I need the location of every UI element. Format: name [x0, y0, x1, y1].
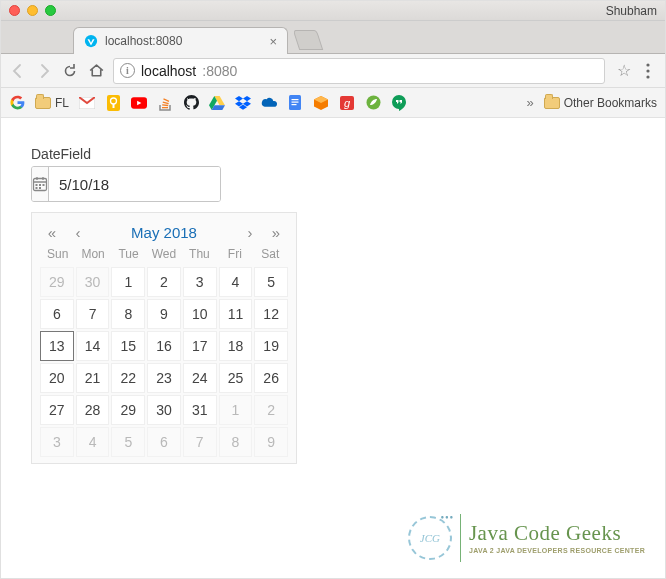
window-controls	[9, 5, 56, 16]
day-cell[interactable]: 10	[183, 299, 217, 329]
bookmark-dropbox[interactable]	[235, 95, 251, 111]
bookmark-hangouts[interactable]	[391, 95, 407, 111]
bookmark-onedrive[interactable]	[261, 95, 277, 111]
watermark-title: Java Code Geeks	[469, 523, 645, 544]
menu-button[interactable]	[639, 62, 657, 80]
bookmark-google[interactable]	[9, 95, 25, 111]
url-port: :8080	[202, 63, 237, 79]
day-cell[interactable]: 17	[183, 331, 217, 361]
home-button[interactable]	[87, 62, 105, 80]
day-cell[interactable]: 8	[111, 299, 145, 329]
day-cell[interactable]: 22	[111, 363, 145, 393]
overflow-chevron-icon[interactable]: »	[526, 95, 533, 110]
next-year-button[interactable]: »	[264, 224, 288, 241]
next-month-button[interactable]: ›	[238, 224, 262, 241]
bookmark-youtube[interactable]	[131, 95, 147, 111]
day-cell[interactable]: 12	[254, 299, 288, 329]
svg-text:g: g	[344, 97, 351, 109]
browser-tab[interactable]: localhost:8080 ×	[73, 27, 288, 54]
day-cell[interactable]: 4	[219, 267, 253, 297]
bookmark-gmail[interactable]	[79, 95, 95, 111]
day-cell[interactable]: 18	[219, 331, 253, 361]
day-cell[interactable]: 23	[147, 363, 181, 393]
day-cell[interactable]: 31	[183, 395, 217, 425]
day-cell[interactable]: 24	[183, 363, 217, 393]
day-cell[interactable]: 29	[40, 267, 74, 297]
bookmark-docs[interactable]	[287, 95, 303, 111]
dropbox-icon	[235, 95, 251, 111]
gmail-icon	[79, 95, 95, 111]
day-cell[interactable]: 30	[76, 267, 110, 297]
new-tab-button[interactable]	[293, 30, 323, 50]
datefield	[31, 166, 221, 202]
day-cell[interactable]: 7	[183, 427, 217, 457]
day-cell[interactable]: 5	[111, 427, 145, 457]
reload-button[interactable]	[61, 62, 79, 80]
bookmark-orange[interactable]	[313, 95, 329, 111]
bookmark-other-folder[interactable]: Other Bookmarks	[544, 96, 657, 110]
bookmark-fl-folder[interactable]: FL	[35, 96, 69, 110]
site-info-icon[interactable]: i	[120, 63, 135, 78]
day-cell[interactable]: 3	[40, 427, 74, 457]
close-window-button[interactable]	[9, 5, 20, 16]
day-cell[interactable]: 6	[147, 427, 181, 457]
vaadin-favicon-icon	[84, 34, 98, 48]
zoom-window-button[interactable]	[45, 5, 56, 16]
bookmark-g[interactable]: g	[339, 95, 355, 111]
prev-year-button[interactable]: «	[40, 224, 64, 241]
day-cell[interactable]: 3	[183, 267, 217, 297]
day-cell[interactable]: 28	[76, 395, 110, 425]
day-cell[interactable]: 8	[219, 427, 253, 457]
bookmarks-bar: FL g » Other Bookmarks	[1, 88, 665, 118]
watermark-logo: JCG Java Code Geeks JAVA 2 JAVA DEVELOPE…	[408, 514, 645, 562]
prev-month-button[interactable]: ‹	[66, 224, 90, 241]
svg-rect-11	[163, 101, 169, 104]
bookmark-stackoverflow[interactable]	[157, 95, 173, 111]
chrome-profile-name[interactable]: Shubham	[606, 4, 657, 18]
day-cell[interactable]: 2	[254, 395, 288, 425]
bookmark-spring[interactable]	[365, 95, 381, 111]
forward-button[interactable]	[35, 62, 53, 80]
day-cell[interactable]: 21	[76, 363, 110, 393]
day-cell[interactable]: 30	[147, 395, 181, 425]
minimize-window-button[interactable]	[27, 5, 38, 16]
day-cell[interactable]: 26	[254, 363, 288, 393]
address-bar[interactable]: i localhost:8080	[113, 58, 605, 84]
month-year-label[interactable]: May 2018	[92, 224, 236, 241]
day-cell[interactable]: 19	[254, 331, 288, 361]
tab-close-icon[interactable]: ×	[269, 35, 277, 48]
day-cell[interactable]: 2	[147, 267, 181, 297]
day-cell[interactable]: 9	[147, 299, 181, 329]
day-cell[interactable]: 9	[254, 427, 288, 457]
svg-point-1	[646, 63, 649, 66]
day-grid: 2930123456789101112131415161718192021222…	[40, 267, 288, 457]
bookmark-keep[interactable]	[105, 95, 121, 111]
bookmark-github[interactable]	[183, 95, 199, 111]
day-cell[interactable]: 27	[40, 395, 74, 425]
day-cell[interactable]: 16	[147, 331, 181, 361]
day-cell[interactable]: 6	[40, 299, 74, 329]
bookmark-drive[interactable]	[209, 95, 225, 111]
day-cell[interactable]: 5	[254, 267, 288, 297]
day-cell[interactable]: 4	[76, 427, 110, 457]
svg-rect-9	[162, 107, 168, 108]
day-cell[interactable]: 15	[111, 331, 145, 361]
day-cell[interactable]: 20	[40, 363, 74, 393]
day-cell[interactable]: 25	[219, 363, 253, 393]
picker-header: « ‹ May 2018 › »	[40, 219, 288, 243]
day-cell[interactable]: 11	[219, 299, 253, 329]
day-cell[interactable]: 1	[111, 267, 145, 297]
g-icon: g	[339, 95, 355, 111]
bookmark-star-icon[interactable]: ☆	[617, 61, 631, 80]
day-cell[interactable]: 13	[40, 331, 74, 361]
box-icon	[313, 95, 329, 111]
back-button[interactable]	[9, 62, 27, 80]
day-cell[interactable]: 29	[111, 395, 145, 425]
day-cell[interactable]: 14	[76, 331, 110, 361]
calendar-toggle-button[interactable]	[32, 167, 49, 201]
day-cell[interactable]: 1	[219, 395, 253, 425]
date-input[interactable]	[49, 167, 221, 201]
bookmark-other-label: Other Bookmarks	[564, 96, 657, 110]
day-cell[interactable]: 7	[76, 299, 110, 329]
weekday-header: Mon	[75, 245, 110, 263]
